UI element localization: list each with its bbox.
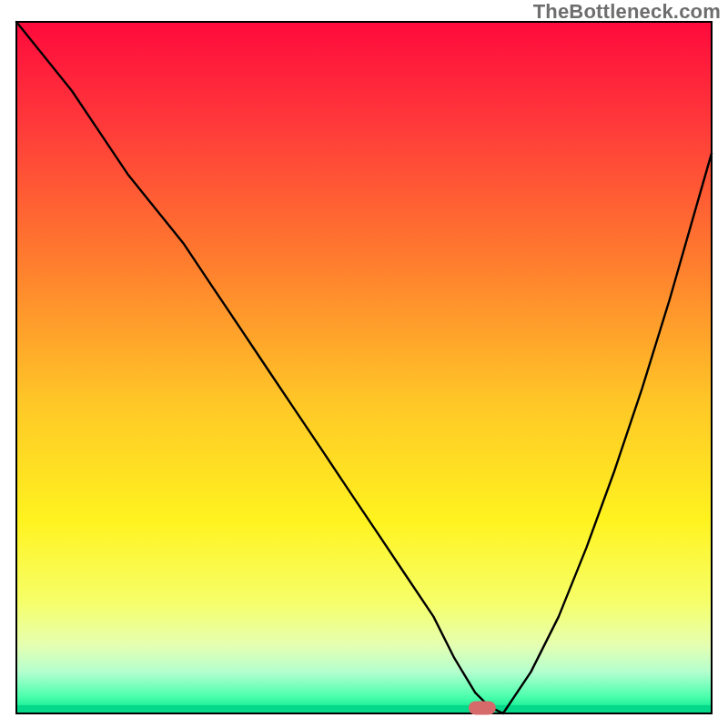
gradient-background: [16, 22, 712, 713]
chart-container: TheBottleneck.com: [0, 0, 728, 728]
bottleneck-chart: [0, 0, 728, 728]
green-floor-strip: [16, 705, 712, 713]
optimal-marker: [469, 701, 496, 714]
watermark-text: TheBottleneck.com: [533, 0, 721, 24]
